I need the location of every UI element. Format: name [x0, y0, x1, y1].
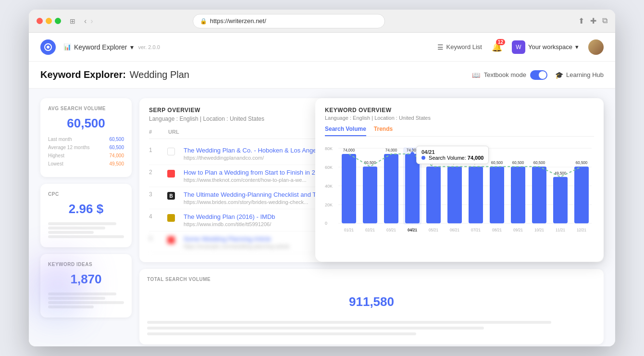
- toggle-switch[interactable]: [530, 70, 547, 80]
- learning-hub-icon: 🎓: [555, 71, 563, 79]
- close-button[interactable]: [37, 18, 43, 24]
- svg-text:74,000: 74,000: [343, 148, 355, 153]
- ki-bar-3: [48, 301, 124, 304]
- keyword-list-icon: ☰: [437, 43, 444, 51]
- svg-text:06/21: 06/21: [450, 228, 459, 232]
- textbook-label: Textbook mode: [484, 71, 526, 78]
- serp-row-num: 5: [149, 235, 163, 242]
- avg-search-volume-card: AVG SEARCH VOLUME 60,500 Last month 60,5…: [40, 98, 132, 177]
- cpc-bar-4: [48, 235, 124, 238]
- textbook-mode-toggle[interactable]: 📖 Textbook mode: [472, 70, 547, 80]
- url-text: https://writerzen.net/: [210, 17, 266, 25]
- app-header: 📊 Keyword Explorer ▾ ver. 2.0.0 ☰ Keywor…: [29, 33, 615, 62]
- workspace-label: Your workspace: [528, 43, 572, 51]
- new-tab-icon[interactable]: ✚: [590, 16, 596, 25]
- svg-text:02/21: 02/21: [365, 228, 375, 232]
- keyword-list-label: Keyword List: [446, 43, 482, 51]
- svg-text:60,500: 60,500: [576, 161, 588, 165]
- keyword-list-button[interactable]: ☰ Keyword List: [437, 43, 482, 51]
- learning-hub-button[interactable]: 🎓 Learning Hub: [555, 71, 604, 79]
- svg-text:20K: 20K: [325, 203, 333, 207]
- app-logo[interactable]: [40, 39, 56, 55]
- stat-row-lowest: Lowest 49,500: [48, 161, 124, 166]
- bar-07: [469, 166, 483, 223]
- toggle-knob: [539, 71, 546, 79]
- bar-01: [342, 154, 356, 223]
- tooltip-month: 04/21: [421, 149, 435, 155]
- workspace-button[interactable]: W Your workspace ▾: [512, 40, 579, 54]
- kw-tabs: Search Volume Trends: [325, 126, 594, 137]
- highest-label: Highest: [48, 153, 64, 158]
- avg-12-label: Average 12 months: [48, 145, 90, 150]
- total-volume-label: TOTAL SEARCH VOLUME: [147, 277, 596, 282]
- address-bar[interactable]: 🔒 https://writerzen.net/: [193, 14, 385, 28]
- forward-button[interactable]: ›: [90, 17, 93, 25]
- svg-text:60K: 60K: [325, 165, 333, 170]
- svg-text:07/21: 07/21: [471, 228, 481, 232]
- bar-08: [490, 166, 504, 223]
- tab-trends[interactable]: Trends: [374, 126, 393, 136]
- avg-search-volume-label: AVG SEARCH VOLUME: [48, 106, 124, 111]
- kw-overlay-meta: Language : English | Location : United S…: [325, 115, 594, 121]
- svg-text:08/21: 08/21: [492, 228, 502, 232]
- cpc-value: 2.96 $: [48, 202, 124, 216]
- serp-row-num: 4: [149, 213, 163, 220]
- cpc-bar-3: [48, 231, 94, 234]
- tab-search-volume[interactable]: Search Volume: [325, 126, 366, 136]
- notification-button[interactable]: 🔔 12: [492, 42, 502, 52]
- stat-row-last-month: Last month 60,500: [48, 137, 124, 142]
- keyword-explorer-nav[interactable]: 📊 Keyword Explorer ▾ ver. 2.0.0: [63, 43, 160, 51]
- cpc-bar-2: [48, 227, 105, 229]
- user-avatar[interactable]: [588, 39, 604, 55]
- svg-text:11/21: 11/21: [556, 228, 565, 232]
- kw-overlay-title: KEYWORD OVERVIEW: [325, 107, 594, 114]
- svg-text:12/21: 12/21: [577, 228, 586, 232]
- sidebar-toggle-icon[interactable]: ⊞: [67, 15, 78, 27]
- workspace-chevron: ▾: [575, 43, 579, 51]
- maximize-button[interactable]: [55, 18, 61, 24]
- cpc-label: CPC: [48, 191, 124, 197]
- cpc-card: CPC 2.96 $: [40, 184, 132, 247]
- bar-11: [553, 177, 568, 223]
- page-title-bold: Keyword Explorer:: [40, 69, 126, 80]
- ki-bar-1: [48, 292, 116, 295]
- bar-06: [447, 166, 462, 223]
- tooltip-dot: [421, 156, 425, 160]
- share-icon[interactable]: ⬆: [578, 16, 584, 25]
- favicon-2: [167, 170, 175, 178]
- notification-badge: 12: [496, 39, 505, 45]
- bar-10: [532, 166, 546, 223]
- tv-bar-3: [147, 332, 416, 335]
- textbook-icon: 📖: [472, 71, 480, 79]
- svg-text:60,500: 60,500: [533, 161, 545, 165]
- avg-12-value: 60,500: [109, 145, 124, 150]
- back-button[interactable]: ‹: [84, 17, 87, 25]
- traffic-lights: [37, 18, 61, 24]
- highest-value: 74,000: [109, 153, 124, 158]
- nav-tool-name: Keyword Explorer: [74, 43, 127, 51]
- svg-text:0: 0: [325, 221, 327, 226]
- nav-arrows: ‹ ›: [84, 17, 93, 25]
- lock-icon: 🔒: [200, 18, 207, 25]
- svg-text:40K: 40K: [325, 184, 333, 189]
- svg-point-1: [47, 46, 50, 49]
- stat-row-highest: Highest 74,000: [48, 153, 124, 158]
- tv-bar-2: [147, 327, 484, 330]
- cpc-bar-1: [48, 222, 116, 225]
- workspace-icon: W: [512, 40, 525, 54]
- left-sidebar: AVG SEARCH VOLUME 60,500 Last month 60,5…: [40, 98, 132, 337]
- serp-row-num: 2: [149, 169, 163, 176]
- main-content: AVG SEARCH VOLUME 60,500 Last month 60,5…: [29, 89, 615, 346]
- minimize-button[interactable]: [46, 18, 52, 24]
- lowest-label: Lowest: [48, 161, 63, 166]
- tabs-icon[interactable]: ⧉: [602, 16, 607, 25]
- svg-text:74,000: 74,000: [385, 148, 397, 153]
- keyword-overview-overlay: KEYWORD OVERVIEW Language : English | Lo…: [315, 98, 604, 262]
- chart-tooltip: 04/21 Search Volume: 74,000: [416, 146, 489, 164]
- page-title: Keyword Explorer: Wedding Plan: [40, 69, 189, 80]
- last-month-label: Last month: [48, 137, 72, 142]
- serp-row-num: 3: [149, 191, 163, 198]
- bar-05: [426, 166, 441, 223]
- page-header: Keyword Explorer: Wedding Plan 📖 Textboo…: [29, 62, 615, 89]
- bar-03: [384, 154, 398, 223]
